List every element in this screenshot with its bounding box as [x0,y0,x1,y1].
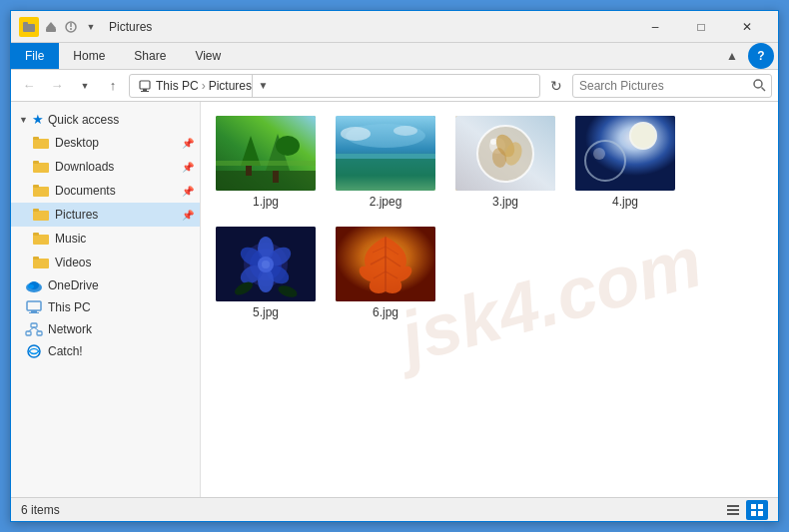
file-item[interactable]: 5.jpg [211,223,321,323]
svg-rect-1 [23,22,28,25]
file-item[interactable]: 1.jpg [211,112,321,213]
sidebar-catch[interactable]: Catch! [11,340,200,362]
sidebar-item-documents[interactable]: Documents 📌 [11,179,200,203]
search-icon[interactable] [747,74,771,98]
svg-rect-78 [727,513,739,515]
svg-rect-32 [37,331,42,335]
tab-share[interactable]: Share [120,43,181,69]
svg-rect-30 [31,323,37,327]
svg-point-42 [276,136,300,156]
file-name: 1.jpg [253,195,279,209]
file-item[interactable]: 6.jpg [331,223,440,323]
svg-rect-45 [336,154,435,191]
item-count: 6 items [21,503,60,517]
view-buttons [722,500,768,520]
file-name: 6.jpg [373,305,398,319]
svg-point-72 [262,261,270,268]
ribbon-collapse-btn[interactable]: ▲ [720,49,744,63]
qat-pin-icon[interactable] [63,19,79,35]
file-thumbnail [575,116,675,191]
file-grid: 1.jpg [211,112,768,323]
address-path[interactable]: This PC › Pictures ▼ [129,74,540,98]
sidebar-quick-access-header[interactable]: ▼ ★ Quick access [11,108,200,131]
network-icon [25,322,43,336]
search-input[interactable] [573,79,747,93]
svg-rect-13 [33,137,39,140]
svg-rect-9 [141,91,149,92]
pin-icon: 📌 [182,138,194,149]
svg-rect-12 [33,139,49,149]
maximize-button[interactable]: □ [678,11,724,43]
grid-view-button[interactable] [746,500,768,520]
refresh-button[interactable]: ↻ [544,74,568,98]
path-pictures: Pictures [209,79,252,93]
svg-rect-14 [33,163,49,173]
sidebar-item-desktop[interactable]: Desktop 📌 [11,131,200,155]
file-thumbnail [216,227,316,301]
desktop-label: Desktop [55,136,99,150]
thispc-label: This PC [48,300,91,314]
file-thumbnail [455,116,555,191]
help-button[interactable]: ? [748,43,774,69]
forward-button[interactable]: → [45,74,69,98]
list-view-button[interactable] [722,500,744,520]
svg-rect-76 [727,505,739,507]
svg-line-33 [29,327,35,331]
status-bar: 6 items [11,497,778,521]
svg-marker-3 [46,22,56,28]
thumb-svg-1 [216,116,316,191]
svg-point-53 [490,139,496,145]
sidebar-item-downloads[interactable]: Downloads 📌 [11,155,200,179]
sidebar-item-pictures[interactable]: Pictures 📌 [11,203,200,227]
svg-point-26 [28,284,34,288]
svg-rect-82 [758,511,763,516]
file-name: 3.jpg [492,195,518,209]
documents-folder-icon [33,183,49,199]
file-item[interactable]: 4.jpg [570,112,680,213]
thumb-svg-4 [575,116,675,191]
sidebar-network[interactable]: Network [11,318,200,340]
svg-rect-0 [23,24,35,32]
file-name: 5.jpg [253,305,279,319]
svg-rect-16 [33,187,49,197]
svg-line-11 [761,88,765,92]
svg-point-49 [394,126,417,136]
file-thumbnail [336,227,435,301]
svg-rect-37 [216,171,316,191]
star-icon: ★ [32,112,44,127]
sidebar-item-videos[interactable]: Videos [11,251,200,274]
back-button[interactable]: ← [17,74,41,98]
svg-point-10 [754,80,762,88]
address-dropdown-btn[interactable]: ▼ [252,74,274,98]
main-area: ▼ ★ Quick access Desktop 📌 [11,102,778,497]
tab-home[interactable]: Home [59,43,120,69]
qat-up-icon[interactable] [43,19,59,35]
search-box [572,74,772,98]
qat-dropdown-icon[interactable]: ▼ [83,19,99,35]
tab-view[interactable]: View [181,43,236,69]
svg-rect-80 [758,504,763,509]
catch-icon [25,344,43,358]
file-item[interactable]: 3.jpg [450,112,560,213]
window-title: Pictures [109,20,632,34]
svg-rect-77 [727,509,739,511]
sidebar-item-music[interactable]: Music [11,227,200,251]
sidebar-onedrive[interactable]: OneDrive [11,274,200,296]
svg-line-34 [34,327,40,331]
file-item[interactable]: 2.jpeg [331,112,440,213]
qat-folder-icon[interactable] [19,17,39,37]
sidebar-thispc[interactable]: This PC [11,296,200,318]
quick-access-label: Quick access [48,113,119,127]
up-button[interactable]: ↑ [101,74,125,98]
thumb-svg-6 [336,227,435,301]
ribbon-tabs: File Home Share View ▲ ? [11,43,778,69]
close-button[interactable]: ✕ [724,11,770,43]
pc-path-icon [138,79,152,93]
catch-label: Catch! [48,344,83,358]
minimize-button[interactable]: – [632,11,678,43]
svg-rect-22 [33,259,49,268]
svg-point-48 [341,127,371,141]
tab-file[interactable]: File [11,43,59,69]
recent-locations-button[interactable]: ▼ [73,74,97,98]
videos-folder-icon [33,255,49,270]
